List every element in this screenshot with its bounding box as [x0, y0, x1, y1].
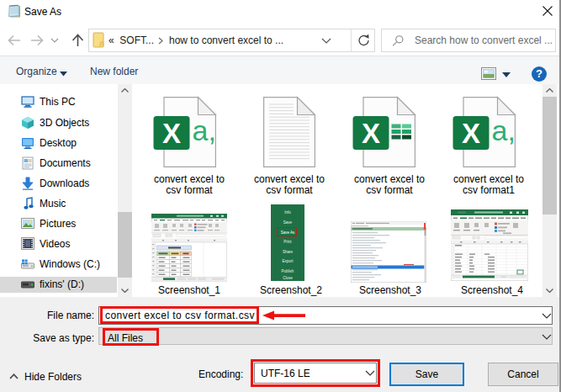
svg-text:X: X	[162, 118, 181, 149]
svg-text:X: X	[362, 118, 380, 149]
svg-text:a,: a,	[492, 114, 516, 146]
svg-text:X: X	[462, 118, 480, 149]
svg-text:a,: a,	[193, 114, 216, 146]
